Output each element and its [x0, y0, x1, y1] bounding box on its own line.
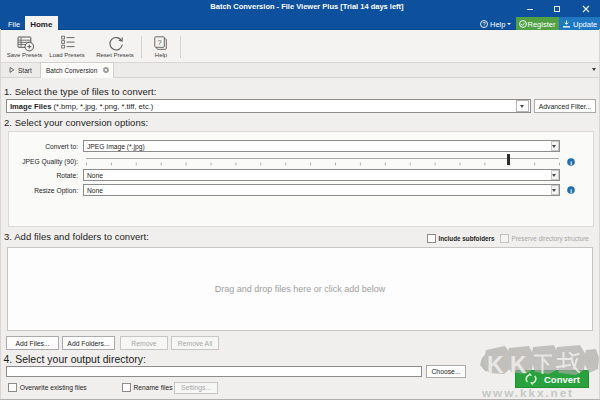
- svg-text:K: K: [487, 352, 504, 378]
- svg-text:?: ?: [482, 21, 485, 27]
- svg-text:?: ?: [158, 38, 162, 47]
